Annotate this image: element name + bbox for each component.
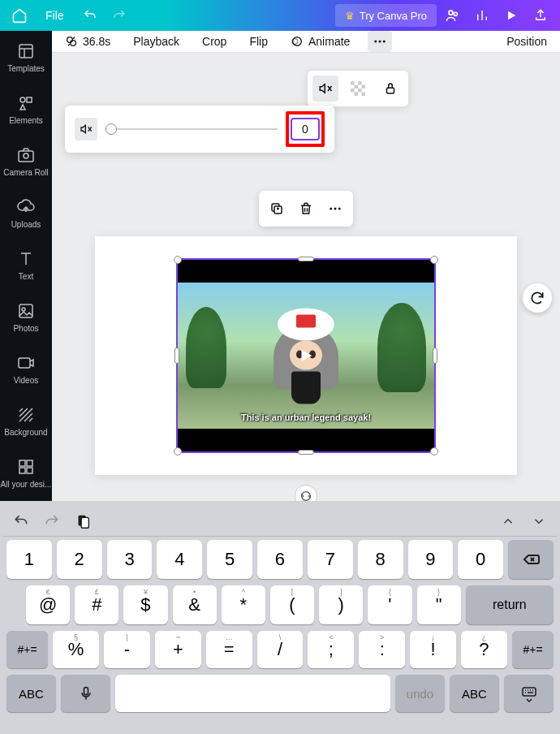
svg-point-33 [338,208,341,210]
key-abc-right[interactable]: ABC [450,675,499,712]
kb-undo-icon[interactable] [11,512,31,531]
key-7[interactable]: 7 [308,540,353,579]
key-backspace[interactable] [508,540,554,579]
key-4[interactable]: 4 [157,540,202,579]
key-hash[interactable]: £# [75,585,118,624]
sidebar-item-text[interactable]: Text [0,239,52,291]
resize-handle[interactable] [174,447,182,456]
key-2[interactable]: 2 [57,540,102,579]
key-space[interactable] [115,675,390,712]
key-dquote[interactable]: }" [417,585,461,624]
key-9[interactable]: 9 [408,540,454,579]
key-star[interactable]: ^* [222,585,265,624]
resize-handle[interactable] [298,450,314,455]
try-pro-button[interactable]: ♛ Try Canva Pro [335,4,437,27]
design-canvas[interactable]: This is an urban legend sayak! [95,236,517,475]
key-slash[interactable]: \/ [257,631,304,668]
collaborate-icon[interactable] [440,2,466,28]
mute-toggle[interactable] [75,118,97,140]
video-element[interactable]: This is an urban legend sayak! [176,258,436,453]
resize-handle[interactable] [433,348,437,364]
key-amp[interactable]: •& [173,585,217,624]
transparency-icon[interactable] [345,76,371,101]
context-more-icon[interactable] [322,196,348,222]
key-symbols-left[interactable]: #+= [6,631,48,668]
svg-rect-9 [19,358,30,368]
key-percent[interactable]: §% [53,631,99,668]
sidebar-item-elements[interactable]: Elements [0,83,52,135]
resize-handle[interactable] [430,256,438,264]
sidebar-item-templates[interactable]: Templates [0,31,52,83]
more-popup [307,70,409,107]
kb-clipboard-icon[interactable] [73,512,93,531]
crop-button[interactable]: Crop [197,32,231,51]
key-8[interactable]: 8 [358,540,403,579]
svg-rect-10 [19,460,25,466]
play-overlay-icon[interactable] [294,343,318,368]
key-0[interactable]: 0 [458,540,503,579]
key-symbols-right[interactable]: #+= [512,631,554,668]
key-lparen[interactable]: [( [270,585,314,624]
slider-thumb[interactable] [106,123,117,135]
resize-handle[interactable] [174,348,179,364]
resize-handle[interactable] [430,447,438,456]
redo-icon[interactable] [106,2,132,28]
sidebar-item-background[interactable]: Background [0,395,52,447]
key-quote[interactable]: {' [368,585,411,624]
duration-button[interactable]: 36.8s [60,32,115,51]
key-equals[interactable]: …= [206,631,252,668]
home-icon[interactable] [6,2,32,28]
sidebar-item-uploads[interactable]: Uploads [0,187,52,239]
key-at[interactable]: €@ [26,585,70,624]
key-abc-left[interactable]: ABC [6,675,56,712]
file-button[interactable]: File [36,2,74,28]
position-button[interactable]: Position [502,32,552,51]
volume-input[interactable] [291,118,320,140]
volume-mute-icon[interactable] [312,76,338,101]
resize-handle[interactable] [174,256,182,264]
duration-label: 36.8s [83,35,110,48]
key-exclaim[interactable]: ¡! [410,631,456,668]
sidebar-item-photos[interactable]: Photos [0,291,52,343]
volume-slider[interactable] [106,128,278,130]
key-colon[interactable]: >: [359,631,405,668]
kb-redo-icon[interactable] [42,512,62,531]
kb-down-icon[interactable] [529,512,549,531]
keyboard-row-3: #+= §% |- ~+ …= \/ <; >: ¡! ¿? #+= [3,628,557,671]
sidebar-item-camera-roll[interactable]: Camera Roll [0,135,52,187]
refresh-fab[interactable] [523,283,552,313]
editor-toolbar: 36.8s Playback Crop Flip Animate Positio… [52,31,560,53]
svg-point-0 [449,11,453,15]
sidebar-item-label: Templates [7,64,45,73]
key-plus[interactable]: ~+ [155,631,201,668]
undo-icon[interactable] [77,2,103,28]
sidebar-item-all-designs[interactable]: All your desi... [0,447,52,499]
kb-up-icon[interactable] [498,512,518,531]
key-3[interactable]: 3 [107,540,153,579]
key-rparen[interactable]: ]) [319,585,363,624]
sidebar-item-videos[interactable]: Videos [0,343,52,395]
key-6[interactable]: 6 [257,540,303,579]
key-dismiss[interactable] [504,675,554,712]
key-1[interactable]: 1 [6,540,52,579]
animate-button[interactable]: Animate [286,32,355,51]
resize-handle[interactable] [298,257,314,261]
svg-rect-25 [351,89,355,93]
play-icon[interactable] [498,2,524,28]
key-question[interactable]: ¿? [461,631,507,668]
key-semicolon[interactable]: <; [308,631,354,668]
share-icon[interactable] [528,2,554,28]
playback-button[interactable]: Playback [128,32,184,51]
stats-icon[interactable] [469,2,495,28]
flip-button[interactable]: Flip [244,32,273,51]
more-button[interactable] [368,31,392,52]
key-mic[interactable] [61,675,110,712]
duplicate-icon[interactable] [264,196,290,222]
lock-icon[interactable] [377,76,403,101]
key-minus[interactable]: |- [104,631,150,668]
key-5[interactable]: 5 [207,540,252,579]
key-dollar[interactable]: ¥$ [123,585,167,624]
delete-icon[interactable] [293,196,319,222]
key-return[interactable]: return [466,585,554,624]
key-undo[interactable]: undo [395,675,445,712]
